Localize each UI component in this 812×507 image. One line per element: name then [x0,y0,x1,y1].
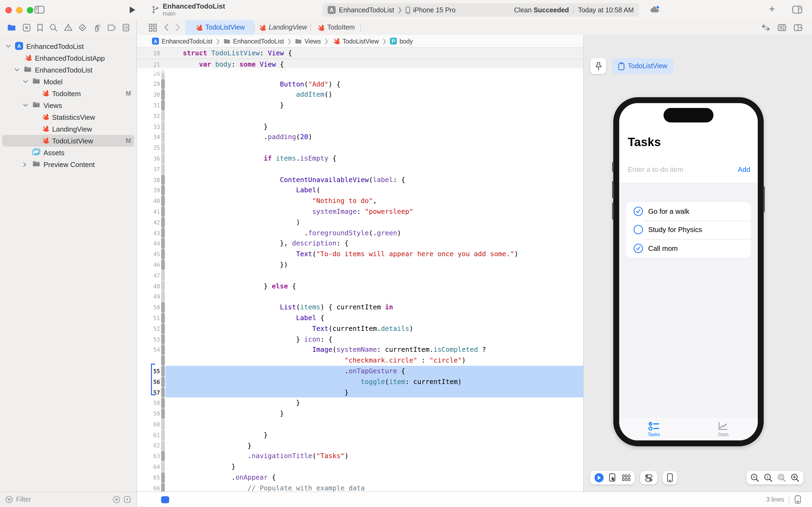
chevron-right-icon[interactable] [23,162,28,167]
code-line-47[interactable]: 47 [137,270,583,281]
sidebar-item-Model[interactable]: Model [0,76,136,88]
chevron-down-icon[interactable] [23,80,28,83]
code-line-44[interactable]: 44 }, description: { [137,238,583,249]
code-line-58[interactable]: 58 } [137,398,583,408]
sidebar-item-EnhancedTodoListApp[interactable]: EnhancedTodoListApp [0,52,136,64]
sidebar-item-Assets[interactable]: Assets [0,147,136,158]
sidebar-item-LandingView[interactable]: LandingView [0,123,136,135]
go-forward-icon[interactable] [176,23,180,31]
checkmark-circle-icon[interactable] [633,206,643,216]
navigator-debug-icon[interactable] [93,23,101,32]
sidebar-item-EnhancedTodoList[interactable]: EnhancedTodoList [0,64,136,76]
zoom-fit-icon[interactable] [777,473,786,482]
chevron-down-icon[interactable] [6,45,11,48]
code-area[interactable]: 2829 Button("Add") {30 addItem()31 }3233… [137,68,583,492]
code-line-50[interactable]: 50 List(items) { currentItem in [137,302,583,313]
jumpbar-item-EnhancedTodoList[interactable]: AEnhancedTodoList [152,38,213,45]
cloud-sync-icon[interactable] [650,5,660,13]
run-destination[interactable]: iPhone 15 Pro [413,6,455,14]
code-line-57[interactable]: 57 } [137,387,583,398]
live-preview-button[interactable] [594,473,603,482]
selectable-mode-icon[interactable] [609,473,617,482]
code-line-59[interactable]: 59 } [137,408,583,419]
code-line-61[interactable]: 61 } [137,430,583,440]
checkmark-circle-icon[interactable] [633,243,643,253]
chevron-down-icon[interactable] [14,68,20,71]
navigator-project-icon[interactable] [7,23,16,31]
code-line-63[interactable]: 63 .navigationTitle("Tasks") [137,451,583,462]
code-line-62[interactable]: 62 } [137,440,583,451]
code-line-28[interactable]: 28 [137,68,583,79]
code-line-45[interactable]: 45 Text("To-do items will appear here on… [137,249,583,260]
device-settings-icon[interactable] [644,473,653,482]
code-line-32[interactable]: 32 [137,111,583,121]
code-line-38[interactable]: 38 ContentUnavailableView(label: { [137,174,583,185]
scheme-name[interactable]: EnhancedTodoList [339,6,394,14]
tab-LandingView[interactable]: LandingView [254,20,310,35]
add-file-icon[interactable] [113,496,120,503]
navigator-breakpoints-icon[interactable] [107,24,116,31]
circle-icon[interactable] [633,225,643,235]
filter-icon[interactable] [5,496,13,503]
code-line-40[interactable]: 40 "Nothing to do", [137,196,583,207]
editor-options-icon[interactable] [777,24,786,31]
code-line-54[interactable]: 54 Image(systemName: currentItem.isCompl… [137,344,583,355]
code-line-48[interactable]: 48 } else { [137,281,583,291]
code-line-42[interactable]: 42 ) [137,217,583,228]
close-window-button[interactable] [5,7,12,13]
code-line-64[interactable]: 64 } [137,461,583,472]
zoom-in-icon[interactable] [791,473,800,482]
code-line-49[interactable]: 49 [137,291,583,302]
filter-input[interactable]: Filter [16,496,31,503]
todo-input[interactable]: Enter a to-do item [628,165,683,173]
device-preview-icon[interactable] [794,495,801,504]
navigator-bookmarks-icon[interactable] [37,23,43,32]
recent-files-icon[interactable] [123,496,131,503]
toggle-sidebar-icon[interactable] [35,5,45,14]
go-back-icon[interactable] [164,23,169,31]
variants-mode-icon[interactable] [622,474,631,481]
code-line-66[interactable]: 66 // Populate with example data [137,483,583,492]
sidebar-item-TodoListView[interactable]: TodoListViewM [2,135,134,147]
preview-target-chip[interactable]: TodoListView [612,58,674,74]
code-line-56[interactable]: 56 toggle(item: currentItem) [137,377,583,387]
code-line-53[interactable]: 53 } icon: { [137,334,583,344]
tab-TodoListView[interactable]: TodoListView [185,20,254,35]
code-line-65[interactable]: 65 .onAppear { [137,472,583,483]
code-line-46[interactable]: 46 }) [137,260,583,270]
code-line-36[interactable]: 36 if items.isEmpty { [137,153,583,164]
todo-row-Go for a walk[interactable]: Go for a walk [626,202,751,220]
sticky-line-10[interactable]: 10struct TodoListView: View { [137,48,583,59]
jumpbar-item-TodoListView[interactable]: TodoListView [332,37,379,45]
chevron-down-icon[interactable] [23,104,28,107]
code-line-37[interactable]: 37 [137,164,583,175]
jumpbar-item-EnhancedTodoList[interactable]: EnhancedTodoList [223,38,284,44]
sidebar-item-TodoItem[interactable]: TodoItemM [0,88,136,99]
code-line-52[interactable]: 52 Text(currentItem.details) [137,323,583,334]
code-review-icon[interactable] [761,24,770,31]
navigator-reports-icon[interactable] [122,23,129,32]
code-line-60[interactable]: 60 [137,419,583,430]
navigator-tests-icon[interactable] [79,23,87,32]
code-line-33[interactable]: 33 } [137,121,583,132]
sidebar-item-EnhancedTodoList[interactable]: AEnhancedTodoList [0,40,136,52]
zoom-window-button[interactable] [27,7,33,13]
minimize-window-button[interactable] [16,7,22,13]
tab-TodoItem[interactable]: TodoItem [311,20,360,35]
sidebar-item-Preview Content[interactable]: Preview Content [0,158,136,170]
navigator-find-icon[interactable] [49,23,57,32]
code-line-30[interactable]: 30 addItem() [137,90,583,100]
todo-row-Study for Physics[interactable]: Study for Physics [626,220,751,239]
phone-tab-Tasks[interactable]: Tasks [619,418,689,440]
activity-status[interactable]: Clean Succeeded [514,6,569,14]
code-line-43[interactable]: 43 .foregroundStyle(.green) [137,227,583,238]
code-line-29[interactable]: 29 Button("Add") { [137,79,583,90]
code-line-35[interactable]: 35 [137,143,583,153]
pin-preview-button[interactable] [590,58,606,74]
code-line-31[interactable]: 31 } [137,100,583,111]
sidebar-item-Views[interactable]: Views [0,99,136,111]
add-todo-button[interactable]: Add [738,165,750,173]
todo-row-Call mom[interactable]: Call mom [626,239,751,258]
navigator-source-control-icon[interactable] [22,23,31,32]
preview-device-icon[interactable] [667,473,673,482]
